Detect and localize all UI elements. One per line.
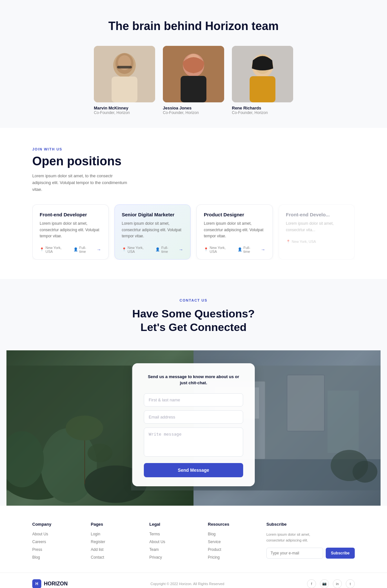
footer-col-subscribe: Subscribe Lorem ipsum dolor sit amet, co… bbox=[266, 522, 355, 563]
team-title: The brain behind Horizon team bbox=[6, 19, 381, 33]
job-desc-0: Lorem ipsum dolor sit amet, consectrtur … bbox=[40, 221, 101, 239]
job-card-frontend2: Front-end Develo... Lorem ipsum dolor si… bbox=[279, 204, 355, 260]
social-twitter[interactable]: t bbox=[346, 579, 355, 588]
footer-col-title-pages: Pages bbox=[91, 522, 150, 527]
message-textarea[interactable] bbox=[144, 428, 243, 457]
location-icon-0: 📍 bbox=[40, 247, 44, 252]
team-card-marvin: Marvin McKinney Co-Founder, Horizon bbox=[94, 46, 155, 115]
job-desc-1: Lorem ipsum dolor sit amet, consectrtur … bbox=[122, 221, 184, 239]
footer-link-addlist[interactable]: Add list bbox=[91, 547, 150, 552]
social-facebook[interactable]: f bbox=[307, 579, 316, 588]
team-role-jessica: Co-Founder, Horizon bbox=[163, 110, 224, 115]
team-role-rene: Co-Founder, Horizon bbox=[232, 110, 293, 115]
job-type-1: 👤 Full-time bbox=[155, 246, 175, 253]
job-location-1: 📍 New York, USA bbox=[122, 246, 152, 253]
footer-link-service[interactable]: Service bbox=[208, 540, 267, 544]
footer-col-legal: Legal Terms About Us Team Privacy bbox=[149, 522, 208, 563]
team-photo-jessica bbox=[163, 46, 224, 102]
footer-copyright: Copyright © 2022 Horizon. All Rights Res… bbox=[150, 582, 224, 586]
location-icon-1: 📍 bbox=[122, 247, 126, 252]
team-cards: Marvin McKinney Co-Founder, Horizon Jess… bbox=[6, 46, 381, 115]
job-desc-2: Lorem ipsum dolor sit amet, consectrtur … bbox=[204, 221, 265, 239]
job-card-designer[interactable]: Product Designer Lorem ipsum dolor sit a… bbox=[196, 204, 273, 260]
positions-section: JOIN WITH US Open positions Lorem ipsum … bbox=[0, 128, 387, 279]
job-location-3: 📍 New York, USA bbox=[286, 240, 316, 244]
job-title-1: Senior Digital Marketer bbox=[122, 212, 184, 217]
subscribe-row: Subscribe bbox=[266, 548, 355, 559]
footer-logo: H HORIZON bbox=[32, 579, 68, 588]
footer-link-blog-company[interactable]: Blog bbox=[32, 555, 91, 560]
subscribe-button[interactable]: Subscribe bbox=[326, 548, 355, 559]
footer-col-title-legal: Legal bbox=[149, 522, 208, 527]
footer-link-pricing[interactable]: Pricing bbox=[208, 555, 267, 560]
job-arrow-1[interactable]: → bbox=[179, 247, 183, 252]
job-footer-0: 📍 New York, USA 👤 Full-time → bbox=[40, 246, 101, 253]
positions-title: Open positions bbox=[32, 154, 355, 168]
team-role-marvin: Co-Founder, Horizon bbox=[94, 110, 155, 115]
contact-label: CONTACT US bbox=[6, 298, 381, 302]
job-footer-3: 📍 New York, USA bbox=[286, 240, 348, 244]
job-footer-2: 📍 New York, USA 👤 Full-time → bbox=[204, 246, 265, 253]
footer-link-press[interactable]: Press bbox=[32, 547, 91, 552]
footer-link-aboutus-legal[interactable]: About Us bbox=[149, 540, 208, 544]
team-name-rene: Rene Richards bbox=[232, 106, 293, 110]
join-label: JOIN WITH US bbox=[32, 147, 355, 151]
footer-col-title-subscribe: Subscribe bbox=[266, 522, 355, 527]
job-arrow-0[interactable]: → bbox=[97, 247, 101, 252]
positions-desc: Lorem ipsum dolor sit amet, to the conse… bbox=[32, 173, 129, 193]
footer-link-product[interactable]: Product bbox=[208, 547, 267, 552]
footer-link-terms[interactable]: Terms bbox=[149, 532, 208, 536]
footer-bottom: H HORIZON Copyright © 2022 Horizon. All … bbox=[0, 573, 387, 588]
footer-col-title-company: Company bbox=[32, 522, 91, 527]
footer-columns: Company About Us Careers Press Blog Page… bbox=[32, 522, 355, 563]
team-photo-rene bbox=[232, 46, 293, 102]
send-message-button[interactable]: Send Message bbox=[144, 463, 243, 477]
social-instagram[interactable]: 📷 bbox=[320, 579, 329, 588]
person-icon-2: 👤 bbox=[238, 247, 242, 252]
team-name-marvin: Marvin McKinney bbox=[94, 106, 155, 110]
job-type-0: 👤 Full-time bbox=[74, 246, 93, 253]
job-location-2: 📍 New York, USA bbox=[204, 246, 234, 253]
footer-link-privacy[interactable]: Privacy bbox=[149, 555, 208, 560]
contact-section: CONTACT US Have Some Questions? Let's Ge… bbox=[0, 279, 387, 506]
contact-form-wrap: Send us a message to know more about us … bbox=[6, 350, 381, 506]
job-desc-3: Lorem ipsum dolor sit amet, consectrtur … bbox=[286, 221, 348, 233]
footer-link-register[interactable]: Register bbox=[91, 540, 150, 544]
positions-cards: Front-end Developer Lorem ipsum dolor si… bbox=[32, 204, 355, 260]
job-title-2: Product Designer bbox=[204, 212, 265, 217]
job-arrow-2[interactable]: → bbox=[261, 247, 265, 252]
footer-link-team[interactable]: Team bbox=[149, 547, 208, 552]
footer-link-blog-resources[interactable]: Blog bbox=[208, 532, 267, 536]
person-icon-0: 👤 bbox=[74, 247, 78, 252]
job-type-2: 👤 Full-time bbox=[238, 246, 257, 253]
contact-title: Have Some Questions? Let's Get Connected bbox=[6, 307, 381, 334]
team-section: The brain behind Horizon team Marvin McK… bbox=[0, 0, 387, 128]
footer-socials: f 📷 in t bbox=[307, 579, 355, 588]
job-title-3: Front-end Develo... bbox=[286, 212, 348, 217]
job-card-marketer[interactable]: Senior Digital Marketer Lorem ipsum dolo… bbox=[114, 204, 191, 260]
team-name-jessica: Jessioa Jones bbox=[163, 106, 224, 110]
svg-rect-8 bbox=[181, 76, 206, 102]
form-tagline: Send us a message to know more about us … bbox=[144, 374, 243, 386]
footer-col-title-resources: Resources bbox=[208, 522, 267, 527]
team-photo-marvin bbox=[94, 46, 155, 102]
job-title-0: Front-end Developer bbox=[40, 212, 101, 217]
subscribe-input[interactable] bbox=[266, 548, 323, 559]
footer-link-contact[interactable]: Contact bbox=[91, 555, 150, 560]
footer-col-company: Company About Us Careers Press Blog bbox=[32, 522, 91, 563]
email-input[interactable] bbox=[144, 410, 243, 424]
team-card-rene: Rene Richards Co-Founder, Horizon bbox=[232, 46, 293, 115]
job-location-0: 📍 New York, USA bbox=[40, 246, 70, 253]
footer-link-about[interactable]: About Us bbox=[32, 532, 91, 536]
footer-col-pages: Pages Login Register Add list Contact bbox=[91, 522, 150, 563]
contact-form-card: Send us a message to know more about us … bbox=[132, 363, 255, 486]
social-linkedin[interactable]: in bbox=[333, 579, 342, 588]
footer-link-login[interactable]: Login bbox=[91, 532, 150, 536]
contact-bg-area: Send us a message to know more about us … bbox=[6, 350, 381, 506]
footer-link-careers[interactable]: Careers bbox=[32, 540, 91, 544]
team-card-jessica: Jessioa Jones Co-Founder, Horizon bbox=[163, 46, 224, 115]
name-input[interactable] bbox=[144, 393, 243, 407]
job-card-frontend[interactable]: Front-end Developer Lorem ipsum dolor si… bbox=[32, 204, 109, 260]
location-icon-2: 📍 bbox=[204, 247, 208, 252]
footer-subscribe-desc: Lorem ipsum dolor sit amet, consectetur … bbox=[266, 532, 324, 543]
